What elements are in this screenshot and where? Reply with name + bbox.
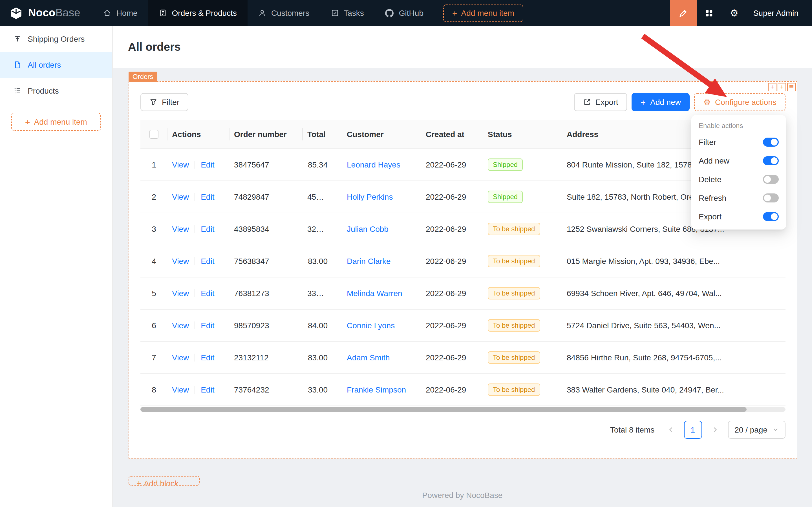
table-row: 3 ViewEdit 43895834 321.00 Julian Cobb 2… xyxy=(140,213,786,245)
divider xyxy=(194,225,195,233)
sidebar-item-label: Products xyxy=(27,86,59,95)
created-at-cell: 2022-06-29 xyxy=(421,180,483,213)
block-menu-icon[interactable]: ≡ xyxy=(787,83,796,91)
page-footer: Powered by NocoBase xyxy=(113,491,812,500)
sidebar-item-shipping-orders[interactable]: Shipping Orders xyxy=(0,26,112,52)
filter-button[interactable]: Filter xyxy=(140,93,188,111)
customer-link[interactable]: Frankie Simpson xyxy=(347,385,406,394)
menu-item-add-new[interactable]: Add new xyxy=(691,151,786,170)
user-menu[interactable]: Super Admin xyxy=(747,8,812,17)
table-row: 1 ViewEdit 38475647 85.34 Leonard Hayes … xyxy=(140,148,786,180)
customer-link[interactable]: Melinda Warren xyxy=(347,288,402,297)
home-icon xyxy=(104,9,111,17)
horizontal-scrollbar[interactable] xyxy=(140,407,786,411)
menu-item-export[interactable]: Export xyxy=(691,207,786,226)
nav-item-label: Orders & Products xyxy=(172,8,237,17)
divider xyxy=(194,353,195,361)
menu-item-delete[interactable]: Delete xyxy=(691,170,786,188)
row-index: 8 xyxy=(140,373,168,405)
export-button[interactable]: Export xyxy=(574,93,627,111)
nav-item-tasks[interactable]: Tasks xyxy=(320,0,375,26)
settings-button[interactable]: ⚙ xyxy=(722,0,747,26)
view-link[interactable]: View xyxy=(172,321,189,330)
status-badge: Shipped xyxy=(488,190,523,203)
add-new-button[interactable]: + Add new xyxy=(632,93,690,111)
grid-icon xyxy=(705,9,714,17)
table-row: 4 ViewEdit 75638347 83.00 Darin Clarke 2… xyxy=(140,245,786,277)
total-cell: 33.00 xyxy=(303,373,342,405)
table-row: 7 ViewEdit 23132112 83.00 Adam Smith 202… xyxy=(140,341,786,373)
order-number-cell: 76381273 xyxy=(230,277,303,309)
edit-link[interactable]: Edit xyxy=(201,256,214,265)
menu-item-label: Refresh xyxy=(699,193,726,202)
sidebar-item-all-orders[interactable]: All orders xyxy=(0,52,112,78)
edit-link[interactable]: Edit xyxy=(201,321,214,330)
edit-link[interactable]: Edit xyxy=(201,288,214,297)
edit-link[interactable]: Edit xyxy=(201,385,214,394)
customers-icon xyxy=(258,9,266,17)
nav-item-label: Customers xyxy=(271,8,309,17)
menu-item-refresh[interactable]: Refresh xyxy=(691,188,786,207)
nocobase-logo-icon xyxy=(9,6,23,20)
edit-link[interactable]: Edit xyxy=(201,353,214,362)
view-link[interactable]: View xyxy=(172,288,189,297)
drag-handle-icon[interactable]: + xyxy=(768,83,776,91)
view-link[interactable]: View xyxy=(172,256,189,265)
plus-icon: + xyxy=(641,98,646,106)
filter-toggle-switch[interactable] xyxy=(763,137,779,146)
orders-table-block: Orders + + ≡ Filter Export xyxy=(128,81,797,458)
page-1-button[interactable]: 1 xyxy=(684,420,702,439)
nav-item-github[interactable]: GitHub xyxy=(375,0,434,26)
scrollbar-thumb[interactable] xyxy=(140,407,747,411)
customer-link[interactable]: Connie Lyons xyxy=(347,321,395,330)
order-number-cell: 98570923 xyxy=(230,309,303,341)
export-toggle-switch[interactable] xyxy=(763,212,779,221)
address-cell: 015 Margie Mission, Apt. 093, 34936, Ebe… xyxy=(562,245,786,277)
app-logo[interactable]: NocoBase xyxy=(0,0,93,26)
view-link[interactable]: View xyxy=(172,385,189,394)
customer-link[interactable]: Julian Cobb xyxy=(347,224,389,233)
configure-actions-button[interactable]: ⚙ Configure actions xyxy=(694,93,786,111)
customer-link[interactable]: Adam Smith xyxy=(347,353,390,362)
ui-editor-button[interactable] xyxy=(670,0,697,26)
order-number-cell: 43895834 xyxy=(230,213,303,245)
add-block-button[interactable]: + Add block xyxy=(128,476,199,486)
row-index: 7 xyxy=(140,341,168,373)
refresh-toggle-switch[interactable] xyxy=(763,193,779,202)
nav-item-orders-products[interactable]: Orders & Products xyxy=(148,0,247,26)
edit-link[interactable]: Edit xyxy=(201,192,214,201)
sidebar-add-menu-item-button[interactable]: + Add menu item xyxy=(11,113,101,131)
add-block-icon[interactable]: + xyxy=(777,83,786,91)
sidebar-item-products[interactable]: Products xyxy=(0,78,112,104)
view-link[interactable]: View xyxy=(172,160,189,169)
plugins-button[interactable] xyxy=(697,0,722,26)
edit-link[interactable]: Edit xyxy=(201,160,214,169)
add-new-toggle-switch[interactable] xyxy=(763,156,779,165)
view-link[interactable]: View xyxy=(172,192,189,201)
status-badge: Shipped xyxy=(488,158,523,171)
nav-item-customers[interactable]: Customers xyxy=(247,0,320,26)
switch-knob xyxy=(764,194,771,201)
customer-link[interactable]: Leonard Hayes xyxy=(347,160,400,169)
created-at-cell: 2022-06-29 xyxy=(421,341,483,373)
page-size-select[interactable]: 20 / page xyxy=(728,420,786,439)
next-page-button[interactable] xyxy=(707,420,722,439)
select-all-checkbox[interactable] xyxy=(150,130,159,139)
github-icon xyxy=(386,9,394,17)
total-cell: 85.34 xyxy=(303,148,342,180)
navbar-add-menu-item-button[interactable]: + Add menu item xyxy=(443,4,523,22)
view-link[interactable]: View xyxy=(172,353,189,362)
customer-link[interactable]: Darin Clarke xyxy=(347,256,391,265)
menu-item-filter[interactable]: Filter xyxy=(691,132,786,151)
prev-page-button[interactable] xyxy=(663,420,678,439)
gear-icon: ⚙ xyxy=(730,7,739,19)
menu-item-label: Filter xyxy=(699,137,716,146)
tasks-icon xyxy=(331,9,339,17)
divider xyxy=(194,321,195,329)
address-cell: 84856 Hirthe Run, Suite 268, 94754-6705,… xyxy=(562,341,786,373)
customer-link[interactable]: Holly Perkins xyxy=(347,192,393,201)
nav-item-home[interactable]: Home xyxy=(93,0,148,26)
view-link[interactable]: View xyxy=(172,224,189,233)
delete-toggle-switch[interactable] xyxy=(763,175,779,183)
edit-link[interactable]: Edit xyxy=(201,224,214,233)
